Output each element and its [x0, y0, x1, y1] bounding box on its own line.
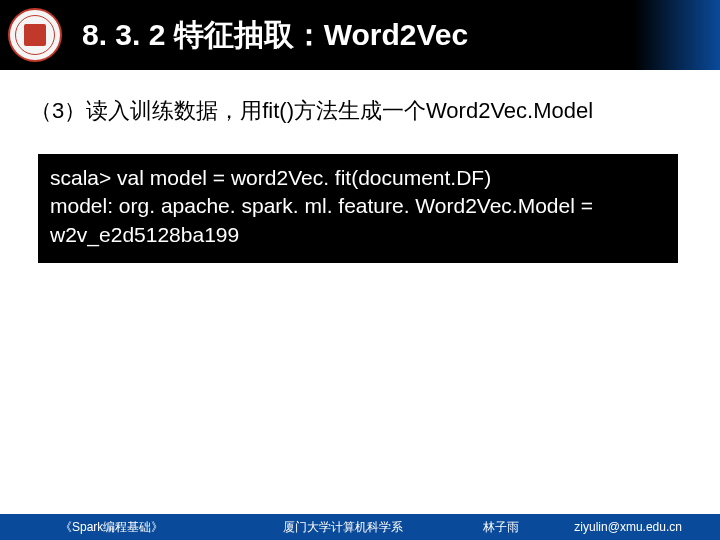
footer-dept: 厦门大学计算机科学系 — [283, 519, 403, 536]
footer-email: ziyulin@xmu.edu.cn — [574, 520, 682, 534]
university-logo — [8, 8, 62, 62]
slide-footer: 《Spark编程基础》 厦门大学计算机科学系 林子雨 ziyulin@xmu.e… — [0, 514, 720, 540]
code-line: model: org. apache. spark. ml. feature. … — [50, 192, 666, 220]
slide-header: 8. 3. 2 特征抽取：Word2Vec — [0, 0, 720, 70]
slide-content: （3）读入训练数据，用fit()方法生成一个Word2Vec.Model sca… — [0, 70, 720, 263]
code-line: scala> val model = word2Vec. fit(documen… — [50, 164, 666, 192]
code-line: w2v_e2d5128ba199 — [50, 221, 666, 249]
slide-title: 8. 3. 2 特征抽取：Word2Vec — [82, 15, 468, 56]
footer-author: 林子雨 — [483, 519, 519, 536]
code-block: scala> val model = word2Vec. fit(documen… — [38, 154, 678, 263]
footer-book: 《Spark编程基础》 — [60, 519, 163, 536]
step-description: （3）读入训练数据，用fit()方法生成一个Word2Vec.Model — [30, 96, 690, 126]
